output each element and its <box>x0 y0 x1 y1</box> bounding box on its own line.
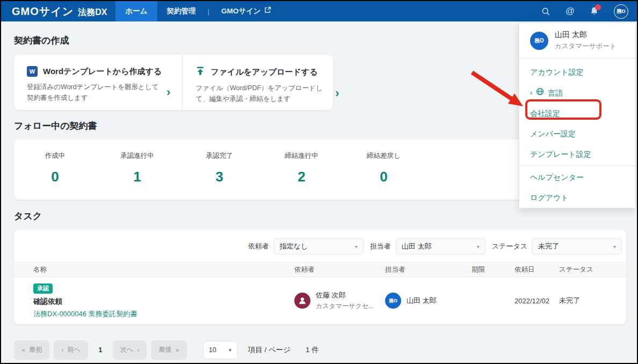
filter-status: ステータス 未完了 ▾ <box>492 238 622 254</box>
menu-item-language[interactable]: ‹ 言語 <box>519 82 635 103</box>
filter-requester-select[interactable]: 指定なし ▾ <box>274 238 364 254</box>
pagination-bar: « 最初 ‹ 前へ 1 次へ › 最後 » 10 ▾ 項目 / ページ 1 件 <box>14 340 626 360</box>
assignee-name: 山田 太郎 <box>407 296 437 305</box>
double-chevron-right-icon: » <box>175 346 179 354</box>
status-cell: 未完了 <box>559 296 626 305</box>
per-page-label: 項目 / ページ <box>248 345 291 355</box>
tab-home[interactable]: ホーム <box>115 1 157 21</box>
stat-draft[interactable]: 作成中 0 <box>14 151 96 200</box>
contract-link[interactable]: 法務DX-0000046 業務委託契約書 <box>33 309 294 319</box>
tab-contract-management[interactable]: 契約管理 <box>157 1 206 21</box>
stat-label: 作成中 <box>14 151 96 161</box>
mention-icon[interactable]: @ <box>566 6 575 17</box>
header-status: ステータス <box>559 265 626 274</box>
first-label: 最初 <box>29 345 42 354</box>
tab-gmo-sign-external[interactable]: GMOサイン <box>212 1 281 21</box>
stat-value: 1 <box>96 169 178 185</box>
logo-gmo-sign: GMOサイン <box>12 4 74 19</box>
chevron-right-icon: › <box>137 346 139 354</box>
search-icon[interactable] <box>541 7 550 16</box>
filter-requester-value: 指定なし <box>280 242 308 251</box>
stat-label: 締結差戻し <box>343 151 425 161</box>
create-word-title: Wordテンプレートから作成する <box>43 67 162 77</box>
notification-bell-icon[interactable] <box>590 6 599 16</box>
stat-approval-complete[interactable]: 承認完了 3 <box>178 151 260 200</box>
menu-item-company-settings[interactable]: 会社設定 <box>519 103 635 123</box>
table-row: 承認 確認依頼 法務DX-0000046 業務委託契約書 佐藤 次郎 カスタマー… <box>14 277 626 324</box>
total-items-count: 1 件 <box>306 345 319 355</box>
logo-houmu-dx: 法務DX <box>78 7 107 18</box>
stat-value: 3 <box>178 169 260 185</box>
pagination-last-button[interactable]: 最後 » <box>151 340 186 360</box>
menu-item-account-settings[interactable]: アカウント設定 <box>519 62 635 82</box>
nav-separator: | <box>208 8 209 16</box>
header-requester: 依頼者 <box>294 265 385 274</box>
header-assignee: 担当者 <box>385 265 472 274</box>
requester-avatar <box>294 293 310 309</box>
request-date-cell: 2022/12/02 <box>514 297 559 305</box>
header-name: 名称 <box>14 265 294 274</box>
globe-icon <box>536 88 544 98</box>
create-word-description: 登録済みのWordテンプレートを雛形として契約書を作成します <box>27 82 162 104</box>
task-card: 依頼者 指定なし ▾ 担当者 山田 太郎 ▾ ステータス 未完了 ▾ <box>14 230 626 324</box>
filter-status-value: 未完了 <box>538 242 559 251</box>
stat-approval-in-progress[interactable]: 承認進行中 1 <box>96 151 178 200</box>
user-dropdown-menu: 務D 山田 太郎 カスタマーサポート アカウント設定 ‹ 言語 会社設定 <box>519 23 636 208</box>
chevron-down-icon: ▾ <box>355 244 358 250</box>
approval-badge: 承認 <box>33 283 53 294</box>
filter-status-label: ステータス <box>492 242 527 251</box>
requester-name: 佐藤 次郎 <box>316 290 374 300</box>
chevron-right-icon: › <box>335 88 339 99</box>
avatar: 務D <box>530 32 548 50</box>
stat-value: 2 <box>260 169 343 185</box>
tab-gmo-sign-label: GMOサイン <box>221 1 261 21</box>
pagination-next-button[interactable]: 次へ › <box>113 340 147 360</box>
stat-value: 0 <box>343 169 425 185</box>
user-role: カスタマーサポート <box>555 42 617 51</box>
external-link-icon <box>264 1 271 21</box>
filter-assignee-select[interactable]: 山田 太郎 ▾ <box>396 238 485 254</box>
next-label: 次へ <box>120 345 133 354</box>
user-avatar-button[interactable]: 務D <box>614 4 628 19</box>
upload-title: ファイルをアップロードする <box>211 67 317 77</box>
word-file-icon: W <box>27 66 38 77</box>
dropdown-user-info: 務D 山田 太郎 カスタマーサポート <box>519 23 635 59</box>
chevron-left-icon: ‹ <box>61 346 63 354</box>
filter-requester-label: 依頼者 <box>248 242 269 251</box>
create-from-word-template-card[interactable]: W Wordテンプレートから作成する 登録済みのWordテンプレートを雛形として… <box>14 55 182 110</box>
top-navbar: GMOサイン 法務DX ホーム 契約管理 | GMOサイン <box>1 1 637 21</box>
pagination-prev-button[interactable]: ‹ 前へ <box>54 340 88 360</box>
double-chevron-left-icon: « <box>21 346 25 354</box>
page-size-select[interactable]: 10 ▾ <box>203 341 237 359</box>
stat-label: 締結進行中 <box>260 151 343 161</box>
chevron-down-icon: ▾ <box>477 244 480 250</box>
create-options-card: W Wordテンプレートから作成する 登録済みのWordテンプレートを雛形として… <box>14 55 333 110</box>
menu-item-template-settings[interactable]: テンプレート設定 <box>519 144 635 164</box>
upload-icon <box>195 66 205 78</box>
chevron-left-icon: ‹ <box>530 88 532 98</box>
follow-section-title: フォロー中の契約書 <box>14 120 97 132</box>
menu-item-member-settings[interactable]: メンバー設定 <box>519 123 635 144</box>
at-glyph: @ <box>566 6 575 17</box>
pagination-first-button[interactable]: « 最初 <box>14 340 49 360</box>
stat-label: 承認進行中 <box>96 151 178 161</box>
upload-file-card[interactable]: ファイルをアップロードする ファイル（Word/PDF）をアップロードして、編集… <box>182 55 351 110</box>
pagination-current-page[interactable]: 1 <box>92 340 108 360</box>
user-name: 山田 太郎 <box>555 30 617 40</box>
header-request-date: 依頼日 <box>514 265 559 274</box>
menu-item-logout[interactable]: ログアウト <box>519 187 635 208</box>
create-section-title: 契約書の作成 <box>14 34 69 47</box>
menu-divider <box>519 165 635 166</box>
task-title: 確認依頼 <box>33 297 294 307</box>
filter-status-select[interactable]: 未完了 ▾ <box>532 238 622 254</box>
stat-conclusion-in-progress[interactable]: 締結進行中 2 <box>260 151 343 200</box>
menu-item-help-center[interactable]: ヘルプセンター <box>519 167 635 187</box>
navbar-actions: @ 務D <box>541 4 637 19</box>
task-section-title: タスク <box>14 210 42 222</box>
app-logo: GMOサイン 法務DX <box>12 4 107 19</box>
task-table-header: 名称 依頼者 担当者 期限 依頼日 ステータス <box>14 262 626 277</box>
stat-conclusion-returned[interactable]: 締結差戻し 0 <box>343 151 425 200</box>
stat-label: 承認完了 <box>178 151 260 161</box>
notification-badge-dot <box>595 4 601 10</box>
app-window: GMOサイン 法務DX ホーム 契約管理 | GMOサイン <box>0 0 638 364</box>
